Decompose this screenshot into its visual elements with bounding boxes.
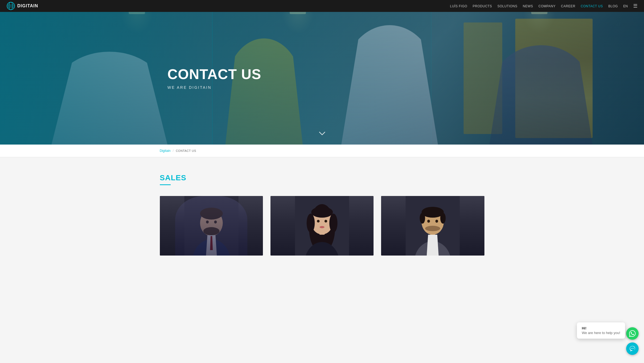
svg-point-21 (317, 220, 319, 223)
svg-marker-11 (206, 235, 217, 256)
svg-rect-24 (406, 196, 460, 256)
profile-card-2 (270, 196, 374, 256)
content-inner: SALES (160, 174, 484, 256)
svg-point-23 (319, 226, 324, 228)
nav-item-luis-figo[interactable]: LUÍS FIGO (450, 4, 467, 8)
svg-point-28 (422, 207, 444, 218)
svg-point-6 (200, 210, 223, 236)
section-title-underline (160, 184, 171, 185)
svg-point-17 (311, 210, 333, 234)
svg-point-31 (425, 226, 440, 231)
nav-item-blog[interactable]: BLOG (608, 4, 618, 8)
svg-point-25 (414, 241, 451, 256)
person-photo-2 (270, 196, 374, 256)
breadcrumb-current: CONTACT US (176, 149, 196, 152)
sales-section-title: SALES (160, 174, 484, 182)
nav-links: LUÍS FIGO PRODUCTS SOLUTIONS NEWS COMPAN… (450, 3, 638, 9)
hero-content: CONTACT US WE ARE DIGITAIN (167, 67, 261, 90)
svg-point-32 (427, 220, 430, 223)
svg-point-29 (420, 213, 425, 224)
svg-rect-3 (184, 196, 238, 256)
svg-point-19 (306, 214, 315, 233)
scroll-down-indicator[interactable] (318, 129, 326, 139)
svg-point-7 (200, 208, 223, 220)
svg-point-14 (309, 204, 335, 253)
logo[interactable]: DIGITAIN (6, 2, 38, 10)
svg-point-20 (329, 214, 337, 233)
hamburger-menu-button[interactable]: ☰ (633, 3, 638, 9)
svg-point-30 (440, 213, 446, 224)
person-photo-1 (160, 196, 263, 256)
breadcrumb: Digitain / CONTACT US (160, 149, 484, 153)
svg-marker-12 (210, 236, 213, 250)
nav-item-company[interactable]: COMPANY (539, 4, 556, 8)
svg-point-8 (203, 227, 219, 235)
profile-card-3 (381, 196, 484, 256)
person-photo-3 (381, 196, 484, 256)
nav-item-products[interactable]: PRODUCTS (473, 4, 492, 8)
svg-point-27 (422, 210, 444, 235)
hero-subtitle: WE ARE DIGITAIN (167, 86, 261, 90)
hero-section: CONTACT US WE ARE DIGITAIN (0, 12, 644, 145)
svg-point-18 (311, 207, 333, 218)
svg-rect-26 (430, 227, 435, 235)
nav-item-contact-us[interactable]: CONTACT US (581, 4, 603, 8)
svg-rect-13 (295, 196, 349, 256)
svg-point-33 (435, 220, 438, 223)
svg-rect-5 (208, 227, 214, 235)
nav-lang[interactable]: EN (623, 4, 628, 8)
logo-icon (6, 2, 15, 10)
svg-point-15 (304, 242, 339, 256)
svg-point-10 (214, 221, 217, 224)
sales-cards-grid (160, 196, 484, 256)
main-content: SALES (0, 157, 644, 277)
breadcrumb-separator: / (173, 149, 174, 153)
hero-title: CONTACT US (167, 67, 261, 82)
profile-card-1 (160, 196, 263, 256)
navbar: DIGITAIN LUÍS FIGO PRODUCTS SOLUTIONS NE… (0, 0, 644, 12)
svg-point-22 (324, 220, 327, 223)
logo-text: DIGITAIN (17, 4, 38, 8)
svg-point-4 (192, 239, 230, 256)
nav-item-career[interactable]: CAREER (561, 4, 575, 8)
svg-marker-34 (427, 235, 439, 256)
svg-rect-16 (319, 227, 325, 235)
nav-item-solutions[interactable]: SOLUTIONS (497, 4, 517, 8)
svg-point-9 (206, 221, 209, 224)
hero-overlay (0, 12, 644, 145)
breadcrumb-home-link[interactable]: Digitain (160, 149, 171, 153)
nav-item-news[interactable]: NEWS (523, 4, 533, 8)
breadcrumb-section: Digitain / CONTACT US (0, 145, 644, 157)
